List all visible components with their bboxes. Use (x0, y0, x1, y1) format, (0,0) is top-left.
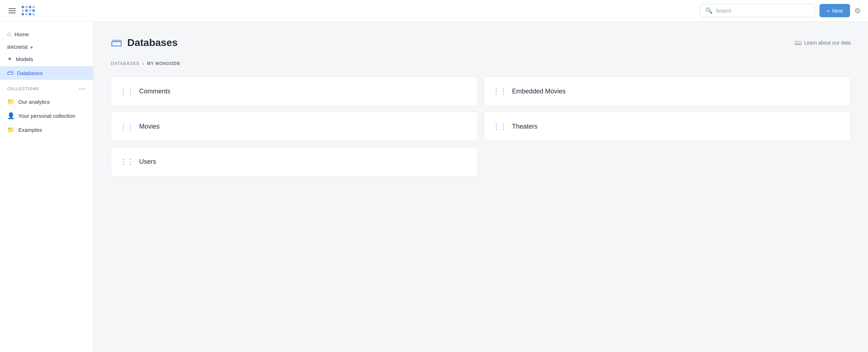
hamburger-icon[interactable] (7, 7, 17, 15)
sidebar: ⌂ Home BROWSE ▼ ✦ Models 🗃 Databases COL… (0, 22, 93, 352)
main-content: 🗃 Databases 📖 Learn about our data DATAB… (93, 22, 868, 352)
search-label: Search (716, 8, 731, 14)
plus-icon: + (827, 8, 830, 14)
collections-section-label: COLLECTIONS ⋯ (0, 80, 93, 95)
grid-icon: ⋮⋮ (120, 122, 134, 131)
grid-icon: ⋮⋮ (120, 87, 134, 96)
breadcrumb-mongodb: MY MONGODB (147, 61, 180, 66)
logo-dot (29, 9, 31, 12)
logo-dot (22, 9, 24, 12)
sidebar-home-label: Home (14, 31, 29, 37)
collection-card[interactable]: ⋮⋮ Users (111, 147, 478, 176)
sidebar-item-models[interactable]: ✦ Models (0, 52, 93, 66)
collection-name: Embedded Movies (512, 88, 566, 95)
breadcrumb-databases[interactable]: DATABASES (111, 61, 139, 66)
page-title-wrap: 🗃 Databases (111, 36, 178, 49)
logo-dot (25, 13, 28, 15)
learn-link-label: Learn about our data (804, 40, 851, 46)
breadcrumb: DATABASES › MY MONGODB (111, 61, 851, 66)
collections-more-icon[interactable]: ⋯ (79, 85, 86, 93)
sidebar-databases-label: Databases (17, 70, 43, 76)
logo-dot (32, 9, 35, 12)
sidebar-item-databases[interactable]: 🗃 Databases (0, 66, 93, 80)
search-icon: 🔍 (705, 7, 713, 14)
sidebar-item-personal[interactable]: 👤 Your personal collection (0, 109, 93, 123)
logo-dot (32, 6, 35, 8)
cube-icon: ✦ (7, 55, 12, 63)
logo (22, 6, 35, 15)
breadcrumb-separator: › (142, 61, 144, 66)
logo-dot (22, 6, 24, 8)
collection-card[interactable]: ⋮⋮ Comments (111, 77, 478, 106)
page-header: 🗃 Databases 📖 Learn about our data (111, 36, 851, 49)
new-button[interactable]: + New (819, 4, 850, 17)
topnav-right: 🔍 Search + New ⚙ (700, 4, 861, 17)
collection-name: Movies (139, 123, 160, 130)
search-bar[interactable]: 🔍 Search (700, 4, 815, 17)
chevron-down-icon: ▼ (30, 45, 34, 50)
page-title: Databases (127, 37, 178, 48)
body-wrap: ⌂ Home BROWSE ▼ ✦ Models 🗃 Databases COL… (0, 22, 868, 352)
browse-label[interactable]: BROWSE ▼ (0, 41, 93, 52)
collection-card[interactable]: ⋮⋮ Movies (111, 112, 478, 141)
topnav: 🔍 Search + New ⚙ (0, 0, 868, 22)
databases-icon: 🗃 (111, 36, 122, 49)
collection-grid: ⋮⋮ Comments ⋮⋮ Embedded Movies ⋮⋮ Movies… (111, 77, 851, 176)
collection-name: Users (139, 158, 156, 166)
logo-dot (25, 6, 28, 8)
logo-dot (29, 6, 31, 8)
folder-icon: 📁 (7, 126, 15, 134)
collection-card[interactable]: ⋮⋮ Theaters (484, 112, 851, 141)
book-icon: 📖 (795, 39, 802, 46)
grid-icon: ⋮⋮ (493, 122, 507, 131)
our-analytics-label: Our analytics (18, 99, 50, 105)
collection-name: Comments (139, 88, 170, 95)
logo-dot (29, 13, 31, 15)
grid-icon: ⋮⋮ (493, 87, 507, 96)
logo-dot (25, 9, 28, 12)
new-button-label: New (832, 8, 843, 14)
learn-link[interactable]: 📖 Learn about our data (795, 39, 851, 46)
logo-dots (22, 6, 35, 15)
folder-icon: 📁 (7, 98, 15, 106)
grid-icon: ⋮⋮ (120, 157, 134, 166)
collection-name: Theaters (512, 123, 538, 130)
browse-text: BROWSE (7, 45, 28, 50)
logo-dot (32, 13, 35, 15)
collection-card[interactable]: ⋮⋮ Embedded Movies (484, 77, 851, 106)
sidebar-item-our-analytics[interactable]: 📁 Our analytics (0, 95, 93, 109)
database-icon: 🗃 (7, 69, 13, 77)
person-icon: 👤 (7, 112, 15, 120)
personal-collection-label: Your personal collection (18, 113, 76, 119)
examples-label: Examples (18, 127, 42, 133)
settings-icon[interactable]: ⚙ (854, 6, 861, 15)
sidebar-item-examples[interactable]: 📁 Examples (0, 123, 93, 137)
sidebar-models-label: Models (16, 56, 33, 62)
sidebar-item-home[interactable]: ⌂ Home (0, 27, 93, 41)
logo-dot (22, 13, 24, 15)
topnav-left (7, 6, 35, 15)
collections-label-text: COLLECTIONS (7, 87, 39, 91)
home-icon: ⌂ (7, 31, 11, 38)
